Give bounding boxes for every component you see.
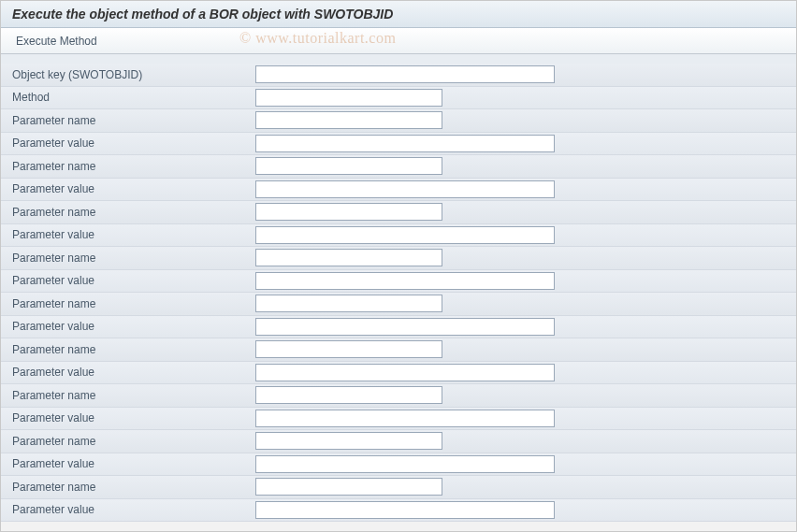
field-label: Parameter name [12,206,255,219]
execute-method-button[interactable]: Execute Method [12,33,101,50]
field-input[interactable] [255,203,442,221]
field-label: Parameter name [12,343,255,356]
toolbar: Execute Method [1,28,796,54]
title-bar: Execute the object method of a BOR objec… [1,1,796,28]
form-row: Object key (SWOTOBJID) [1,64,796,87]
form-row: Parameter name [1,384,796,408]
form-row: Parameter value [1,179,796,202]
form-row: Parameter name [1,201,796,224]
field-input[interactable] [255,249,442,266]
field-input[interactable] [255,135,555,152]
field-input[interactable] [255,157,442,175]
form-row: Parameter value [1,224,796,248]
field-label: Parameter value [12,182,255,195]
field-input[interactable] [255,318,555,336]
form-spacer [1,54,796,64]
form-row: Parameter name [1,109,796,133]
field-label: Parameter name [12,389,255,402]
field-input[interactable] [255,455,555,473]
form-row: Parameter value [1,408,796,431]
form-row: Parameter value [1,316,796,339]
field-label: Parameter value [12,457,255,470]
field-input[interactable] [255,364,555,381]
field-input[interactable] [255,272,555,290]
field-label: Parameter value [12,503,255,516]
field-input[interactable] [255,295,442,312]
field-input[interactable] [255,111,442,129]
field-input[interactable] [255,478,442,496]
field-input[interactable] [255,340,442,358]
field-label: Parameter value [12,274,255,287]
field-label: Parameter name [12,297,255,310]
form-row: Parameter name [1,293,796,316]
field-label: Parameter value [12,228,255,241]
field-label: Parameter name [12,160,255,173]
form-row: Parameter name [1,476,796,499]
field-input[interactable] [255,89,442,107]
page-title: Execute the object method of a BOR objec… [12,7,393,22]
form-row: Parameter value [1,362,796,385]
field-label: Method [12,91,255,104]
form-row: Method [1,87,796,110]
form-row: Parameter name [1,155,796,179]
field-label: Parameter value [12,137,255,150]
field-input[interactable] [255,386,442,404]
field-label: Parameter name [12,114,255,127]
field-label: Parameter name [12,435,255,448]
field-input[interactable] [255,226,555,244]
field-input[interactable] [255,432,442,450]
field-input[interactable] [255,65,555,83]
form-row: Parameter name [1,430,796,453]
form-area: Object key (SWOTOBJID)MethodParameter na… [1,54,796,522]
form-row: Parameter value [1,499,796,523]
field-input[interactable] [255,410,555,427]
form-row: Parameter name [1,338,796,362]
form-row: Parameter name [1,247,796,270]
field-label: Object key (SWOTOBJID) [12,68,255,81]
form-row: Parameter value [1,270,796,294]
field-label: Parameter name [12,481,255,494]
field-label: Parameter name [12,252,255,265]
form-row: Parameter value [1,133,796,156]
field-label: Parameter value [12,320,255,333]
form-row: Parameter value [1,453,796,477]
field-label: Parameter value [12,411,255,424]
field-label: Parameter value [12,366,255,379]
field-input[interactable] [255,180,555,198]
field-input[interactable] [255,501,555,519]
